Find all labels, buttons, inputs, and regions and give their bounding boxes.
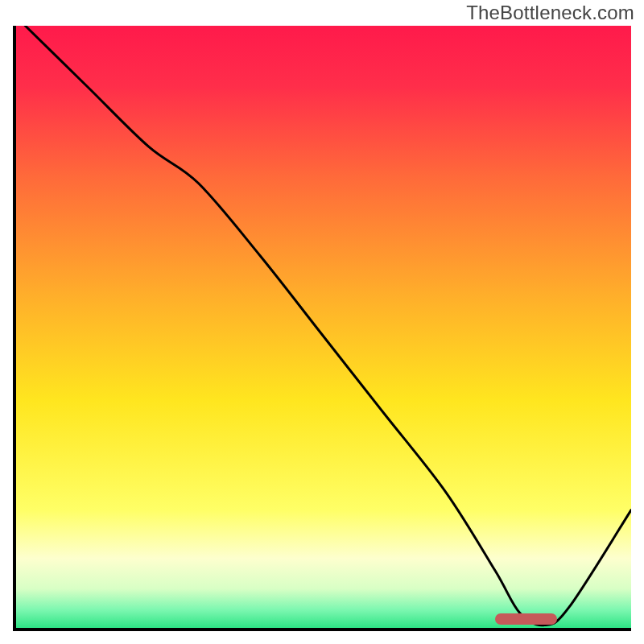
svg-rect-0 bbox=[13, 26, 631, 631]
plot-frame bbox=[13, 26, 631, 631]
plot-background bbox=[13, 26, 631, 631]
chart-stage: TheBottleneck.com bbox=[0, 0, 644, 644]
optimal-marker bbox=[495, 613, 557, 625]
watermark-text: TheBottleneck.com bbox=[466, 2, 634, 24]
